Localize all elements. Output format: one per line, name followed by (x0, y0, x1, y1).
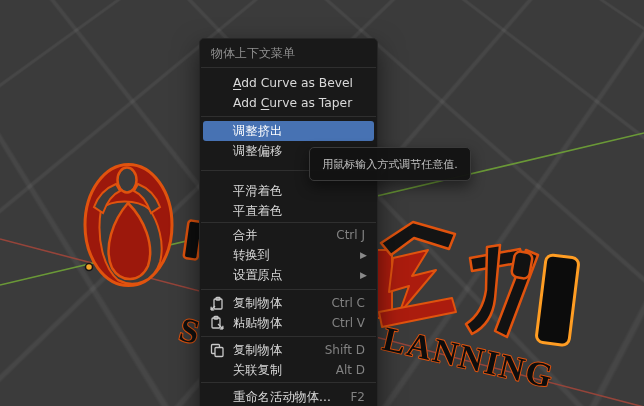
menu-item-label: 平滑着色 (233, 183, 282, 200)
menu-item-set-origin[interactable]: 设置原点 ▶ (203, 265, 374, 285)
object-context-menu: 物体上下文菜单 Add Curve as Bevel Add Curve as … (199, 38, 378, 406)
brand-text-object[interactable]: LANNING (377, 222, 579, 395)
menu-item-label: 调整挤出 (233, 123, 282, 140)
menu-item-label: 重命名活动物体... (233, 389, 331, 406)
menu-separator (201, 116, 376, 117)
menu-item-adjust-extrude[interactable]: 调整挤出 (203, 121, 374, 141)
menu-item-label: 平直着色 (233, 203, 282, 220)
menu-item-shortcut: Alt D (336, 363, 374, 377)
menu-item-duplicate-objects[interactable]: 复制物体 Shift D (203, 340, 374, 360)
menu-item-label: Add Curve as Taper (233, 96, 352, 110)
paste-icon (209, 315, 225, 331)
tooltip: 用鼠标输入方式调节任意值. (309, 147, 471, 181)
submenu-arrow-icon: ▶ (360, 250, 367, 260)
origin-point[interactable] (86, 264, 93, 271)
active-selected-object[interactable] (536, 254, 579, 345)
blender-3d-viewport: S LANNING 物体上下文菜单 Add Curve as Bevel (0, 0, 644, 406)
menu-item-label: 调整偏移 (233, 143, 282, 160)
context-menu-title: 物体上下文菜单 (200, 39, 377, 67)
menu-separator (201, 289, 376, 290)
menu-item-shade-flat[interactable]: 平直着色 (203, 201, 374, 221)
menu-item-shortcut: Ctrl V (332, 316, 374, 330)
menu-separator (201, 222, 376, 223)
menu-separator (201, 67, 376, 68)
menu-separator (201, 382, 376, 383)
menu-item-label: 关联复制 (233, 362, 282, 379)
menu-item-label: 复制物体 (233, 295, 282, 312)
menu-item-add-curve-bevel[interactable]: Add Curve as Bevel (203, 73, 374, 93)
brand-latin-text: LANNING (379, 320, 557, 395)
menu-separator (201, 336, 376, 337)
copy-icon (209, 295, 225, 311)
menu-item-label: 复制物体 (233, 342, 282, 359)
menu-item-shortcut: Ctrl C (331, 296, 374, 310)
menu-item-label: 设置原点 (233, 267, 282, 284)
duplicate-icon (209, 342, 225, 358)
menu-item-shade-smooth[interactable]: 平滑着色 (203, 181, 374, 201)
menu-item-shortcut: F2 (350, 390, 374, 404)
menu-item-duplicate-linked[interactable]: 关联复制 Alt D (203, 360, 374, 380)
menu-item-rename-active-object[interactable]: 重命名活动物体... F2 (203, 387, 374, 406)
logo-object[interactable] (85, 165, 172, 286)
menu-item-label: 合并 (233, 227, 258, 244)
menu-item-paste-objects[interactable]: 粘贴物体 Ctrl V (203, 313, 374, 333)
menu-item-label: 转换到 (233, 247, 270, 264)
menu-item-shortcut: Ctrl J (336, 228, 374, 242)
menu-item-join[interactable]: 合并 Ctrl J (203, 225, 374, 245)
menu-item-label: Add Curve as Bevel (233, 76, 353, 90)
submenu-arrow-icon: ▶ (360, 270, 367, 280)
menu-item-copy-objects[interactable]: 复制物体 Ctrl C (203, 293, 374, 313)
tooltip-text: 用鼠标输入方式调节任意值. (322, 157, 458, 172)
menu-item-label: 粘贴物体 (233, 315, 282, 332)
menu-item-shortcut: Shift D (325, 343, 374, 357)
menu-item-add-curve-taper[interactable]: Add Curve as Taper (203, 93, 374, 113)
logo-head (118, 168, 137, 193)
menu-item-convert-to[interactable]: 转换到 ▶ (203, 245, 374, 265)
